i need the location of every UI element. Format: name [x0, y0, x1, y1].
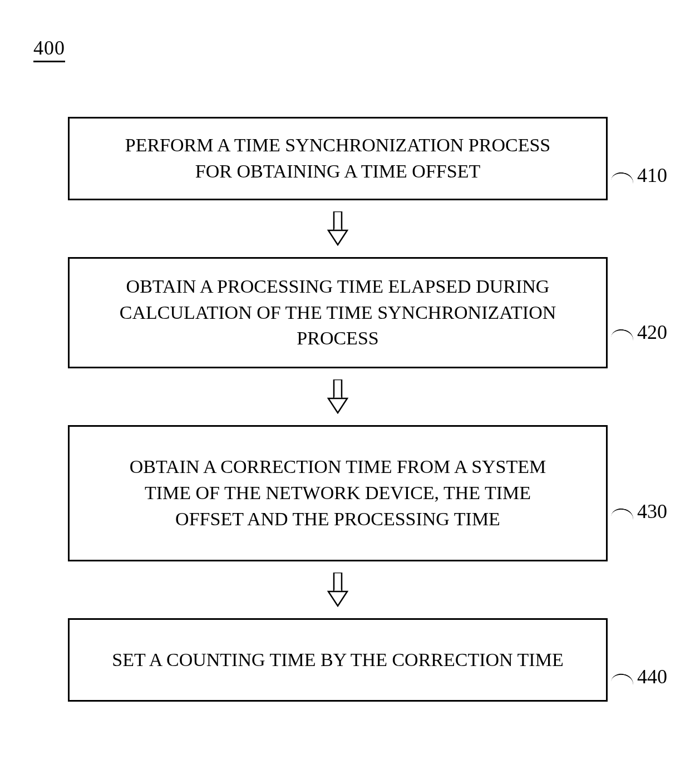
flow-step-text: PERFORM A TIME SYNCHRONIZATION PROCESS F…	[110, 132, 566, 185]
flow-step-label: 410	[637, 162, 667, 190]
svg-rect-0	[334, 211, 342, 230]
flow-step-text: SET A COUNTING TIME BY THE CORRECTION TI…	[112, 647, 563, 673]
diagram-page: 400 PERFORM A TIME SYNCHRONIZATION PROCE…	[0, 0, 690, 784]
flow-step-label: 440	[637, 663, 667, 691]
svg-rect-3	[334, 379, 342, 398]
flow-step-text: OBTAIN A CORRECTION TIME FROM A SYSTEM T…	[110, 454, 566, 532]
flow-step-label: 430	[637, 498, 667, 526]
figure-number: 400	[33, 36, 65, 62]
svg-marker-2	[328, 230, 347, 245]
flow-step-410: PERFORM A TIME SYNCHRONIZATION PROCESS F…	[68, 117, 608, 200]
svg-rect-6	[334, 573, 342, 591]
flow-step-text: OBTAIN A PROCESSING TIME ELAPSED DURING …	[110, 274, 566, 352]
flow-step-440: SET A COUNTING TIME BY THE CORRECTION TI…	[68, 618, 608, 702]
flow-arrow-icon	[327, 573, 349, 607]
flow-arrow-icon	[327, 211, 349, 246]
flow-step-420: OBTAIN A PROCESSING TIME ELAPSED DURING …	[68, 257, 608, 368]
svg-marker-5	[328, 398, 347, 413]
flow-arrow-icon	[327, 379, 349, 414]
svg-marker-8	[328, 591, 347, 606]
flow-step-430: OBTAIN A CORRECTION TIME FROM A SYSTEM T…	[68, 425, 608, 561]
flowchart: PERFORM A TIME SYNCHRONIZATION PROCESS F…	[68, 117, 608, 702]
flow-step-label: 420	[637, 319, 667, 347]
